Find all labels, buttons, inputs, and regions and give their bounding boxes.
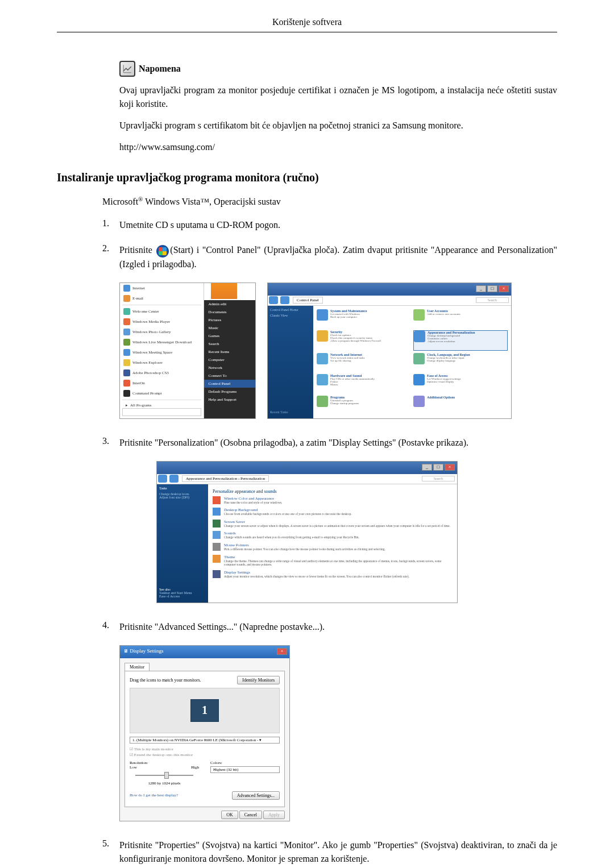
main-monitor-checkbox: ☑ This is my main monitor xyxy=(130,747,280,751)
cp-category: Additional Options xyxy=(413,396,508,414)
sm-r-item: Admin edit xyxy=(204,300,255,308)
step-number: 2. xyxy=(102,243,119,271)
user-picture xyxy=(210,283,238,300)
pers-item: ThemeChange the theme. Themes can change… xyxy=(213,555,453,567)
cancel-button: Cancel xyxy=(239,811,262,819)
step-number: 5. xyxy=(102,838,119,866)
pers-sidebar-item: Ease of Access xyxy=(159,595,206,598)
minimize-icon: _ xyxy=(422,464,432,471)
sm-r-item: Pictures xyxy=(204,316,255,324)
step-2-before: Pritisnite xyxy=(119,245,155,255)
cp-category: User AccountsAdd or remove user accounts xyxy=(413,309,508,328)
maximize-icon: □ xyxy=(433,464,443,471)
pers-item: Window Color and AppearanceFine tune the… xyxy=(213,496,453,505)
sm-item: Adobe Photoshop CS3 xyxy=(132,371,169,375)
step-text: Pritisnite (Start) i "Control Panel" (Up… xyxy=(119,243,557,271)
cp-sidebar-item: Control Panel Home xyxy=(270,308,311,312)
back-icon xyxy=(269,296,278,304)
cp-category: Clock, Language, and RegionChange keyboa… xyxy=(413,353,508,372)
help-link: How do I get the best display? xyxy=(130,793,178,798)
start-button-icon xyxy=(156,245,169,258)
pers-sidebar-item: Adjust font size (DPI) xyxy=(159,496,206,499)
maximize-icon: □ xyxy=(487,285,497,292)
close-icon: × xyxy=(277,648,287,655)
ok-button: OK xyxy=(221,811,238,819)
step-text: Umetnite CD s uputama u CD-ROM pogon. xyxy=(119,218,557,232)
tab-monitor: Monitor xyxy=(125,663,150,671)
res-high: High xyxy=(191,765,199,770)
forward-icon xyxy=(169,475,179,483)
resolution-slider xyxy=(130,771,199,780)
pers-item: SoundsChange which sounds are heard when… xyxy=(213,531,453,539)
advanced-settings-button: Advanced Settings... xyxy=(232,791,280,800)
step-number: 3. xyxy=(102,436,119,450)
pers-item: Desktop BackgroundChoose from available … xyxy=(213,508,453,516)
sm-item: Windows Explorer xyxy=(132,360,163,365)
note-section: Napomena Ovaj upravljački program za mon… xyxy=(119,61,557,154)
extend-desktop-checkbox: ☑ Extend the desktop onto this monitor xyxy=(130,753,280,757)
page-header: Korištenje softvera xyxy=(57,17,557,32)
step-number: 1. xyxy=(102,218,119,232)
resolution-label: Resolution: xyxy=(130,761,199,765)
sm-r-item: Search xyxy=(204,340,255,348)
display-settings-screenshot: 🖥 Display Settings × Monitor Drag the ic… xyxy=(119,645,290,821)
sm-item: Windows Live Messenger Download xyxy=(132,340,192,344)
step-text: Pritisnite "Advanced Settings..." (Napre… xyxy=(119,620,557,634)
cp-sidebar-item: Classic View xyxy=(270,314,311,317)
window-title: Display Settings xyxy=(130,648,163,654)
pers-sidebar-item: Tasks xyxy=(159,487,206,490)
res-low: Low xyxy=(130,765,137,770)
apply-button: Apply xyxy=(263,811,285,819)
os-line: Microsoft® Windows Vista™, Operacijski s… xyxy=(102,196,557,207)
sm-item: Windows Photo Gallery xyxy=(132,330,171,334)
drag-text: Drag the icons to match your monitors. xyxy=(130,678,201,683)
cp-category: Network and InternetView network status … xyxy=(317,353,411,372)
monitor-dropdown: 1. (Multiple Monitors) on NVIDIA GeForce… xyxy=(130,737,280,744)
back-icon xyxy=(158,475,167,483)
pers-heading: Personalize appearance and sounds xyxy=(213,489,453,494)
section-heading: Instaliranje upravljačkog programa monit… xyxy=(57,171,557,184)
sm-r-item: Help and Support xyxy=(204,396,255,404)
pers-item: Display SettingsAdjust your monitor reso… xyxy=(213,570,453,579)
cp-sidebar-bottom: Recent Tasks xyxy=(270,410,288,414)
sm-r-item: Default Programs xyxy=(204,388,255,396)
step-text: Pritisnite "Properties" (Svojstva) na ka… xyxy=(119,838,557,866)
sm-r-item: Recent Items xyxy=(204,348,255,356)
cp-category: ProgramsUninstall a programChange startu… xyxy=(317,396,411,414)
step-2-after: (Start) i "Control Panel" (Upravljačka p… xyxy=(119,245,557,268)
sm-item: Windows Meeting Space xyxy=(132,350,172,355)
personalization-screenshot: _ □ × Appearance and Personalization › P… xyxy=(156,461,458,603)
os-mid: Windows Vista™, Operacijski sustav xyxy=(143,197,280,206)
pers-item: Mouse PointersPick a different mouse poi… xyxy=(213,543,453,551)
monitor-icon: 1 xyxy=(190,699,219,722)
sm-r-item: Music xyxy=(204,324,255,332)
step-text: Pritisnite "Personalization" (Osobna pri… xyxy=(119,436,557,450)
breadcrumb: Appearance and Personalization › Persona… xyxy=(182,475,269,482)
cp-category: Ease of AccessLet Windows suggest settin… xyxy=(413,374,508,393)
cp-category: System and MaintenanceGet started with W… xyxy=(317,309,411,328)
search-input: Search xyxy=(422,476,455,481)
window-icon: 🖥 xyxy=(123,648,128,654)
breadcrumb: Control Panel xyxy=(293,297,323,304)
sm-r-item: Computer xyxy=(204,356,255,364)
forward-icon xyxy=(280,296,289,304)
resolution-value: 1280 by 1024 pixels xyxy=(130,781,199,786)
note-icon xyxy=(119,61,135,77)
cp-category: Hardware and SoundPlay CDs or other medi… xyxy=(317,374,411,393)
search-input: Search xyxy=(476,297,509,303)
note-label: Napomena xyxy=(139,64,181,74)
sm-r-item: Games xyxy=(204,332,255,340)
note-paragraph: Upravljački program s certifikatom bit ć… xyxy=(119,119,557,132)
step-number: 4. xyxy=(102,620,119,634)
sm-r-item: Control Panel xyxy=(204,380,255,388)
colors-label: Colors: xyxy=(210,761,280,765)
close-icon: × xyxy=(445,464,455,471)
sm-item: Internet xyxy=(132,286,145,290)
os-prefix: Microsoft xyxy=(102,197,138,206)
all-programs: All Programs xyxy=(130,403,152,408)
control-panel-screenshot: _ □ × Control Panel Search Control Panel… xyxy=(267,283,512,419)
sm-item: Windows Media Player xyxy=(132,319,170,324)
cp-category: Appearance and PersonalizationChange des… xyxy=(413,330,508,351)
sm-item: E-mail xyxy=(132,296,143,301)
pers-item: Screen SaverChange your screen saver or … xyxy=(213,520,453,528)
